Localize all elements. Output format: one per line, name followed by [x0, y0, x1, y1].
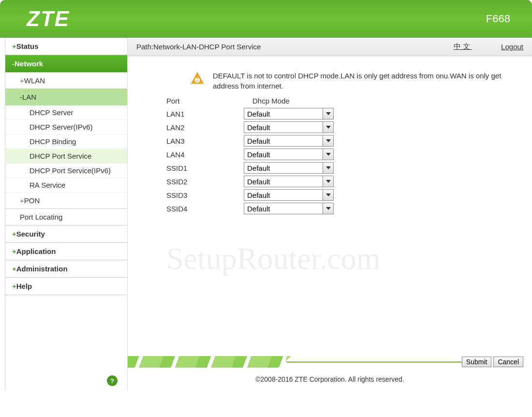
header: ZTE F668 — [0, 0, 532, 38]
sidebar-item-help[interactable]: +Help — [5, 278, 127, 295]
chevron-down-icon — [323, 122, 333, 133]
port-row: SSID1Default — [166, 162, 513, 174]
svg-rect-1 — [197, 77, 198, 79]
chevron-down-icon — [323, 203, 333, 214]
port-row: SSID3Default — [166, 189, 513, 201]
port-label: SSID2 — [166, 178, 244, 186]
copyright: ©2008-2016 ZTE Corporation. All rights r… — [128, 375, 532, 383]
sidebar-item-lan[interactable]: -LAN — [5, 89, 127, 105]
select-value: Default — [247, 123, 270, 132]
breadcrumb-path: Path:Network-LAN-DHCP Port Service — [136, 43, 454, 51]
breadcrumb-bar: Path:Network-LAN-DHCP Port Service 中文 Lo… — [128, 38, 532, 56]
port-row: SSID2Default — [166, 176, 513, 187]
chevron-down-icon — [323, 135, 333, 146]
dhcp-mode-select[interactable]: Default — [244, 121, 334, 133]
dhcp-mode-select[interactable]: Default — [244, 176, 334, 187]
sidebar-label: Network — [15, 60, 43, 68]
select-value: Default — [247, 137, 270, 145]
dhcp-mode-select[interactable]: Default — [244, 162, 334, 174]
select-value: Default — [247, 164, 270, 172]
sidebar-item-dhcp-binding[interactable]: DHCP Binding — [5, 134, 127, 149]
sidebar-label: WLAN — [24, 76, 45, 85]
select-value: Default — [247, 178, 270, 186]
sidebar-item-dhcp-server-ipv6[interactable]: DHCP Server(IPv6) — [5, 120, 127, 134]
sidebar-label: PON — [24, 196, 40, 205]
info-message: DEFAULT is not to control DHCP mode.LAN … — [213, 71, 513, 91]
sidebar-item-pon[interactable]: +PON — [5, 193, 127, 209]
sidebar-item-dhcp-port-service-ipv6[interactable]: DHCP Port Service(IPv6) — [5, 164, 127, 178]
select-value: Default — [247, 110, 270, 118]
dhcp-mode-select[interactable]: Default — [244, 189, 334, 201]
port-row: LAN2Default — [166, 121, 513, 133]
dhcp-mode-select[interactable]: Default — [244, 203, 334, 214]
port-label: LAN1 — [166, 110, 244, 118]
sidebar-item-port-locating[interactable]: Port Locating — [5, 209, 127, 225]
language-link[interactable]: 中文 — [454, 42, 472, 51]
main-content: Path:Network-LAN-DHCP Port Service 中文 Lo… — [128, 38, 532, 391]
sidebar-label: Security — [16, 230, 45, 238]
sidebar-label: Help — [16, 282, 32, 290]
port-label: SSID1 — [166, 164, 244, 172]
port-label: LAN3 — [166, 137, 244, 145]
chevron-down-icon — [323, 190, 333, 200]
sidebar-item-network[interactable]: -Network — [5, 55, 127, 73]
logout-link[interactable]: Logout — [501, 43, 523, 51]
footer-line — [286, 361, 462, 363]
footer-decoration — [128, 356, 291, 368]
submit-button[interactable]: Submit — [462, 357, 492, 367]
sidebar-item-dhcp-port-service[interactable]: DHCP Port Service — [5, 149, 127, 164]
port-row: LAN1Default — [166, 108, 513, 119]
cancel-button[interactable]: Cancel — [493, 357, 523, 367]
chevron-down-icon — [323, 149, 333, 160]
select-value: Default — [247, 205, 270, 213]
port-row: SSID4Default — [166, 203, 513, 214]
svg-point-2 — [197, 80, 198, 82]
sidebar: +Status -Network +WLAN -LAN DHCP Server … — [5, 38, 128, 391]
select-value: Default — [247, 191, 270, 199]
select-value: Default — [247, 150, 270, 159]
dhcp-mode-select[interactable]: Default — [244, 149, 334, 160]
sidebar-item-application[interactable]: +Application — [5, 243, 127, 260]
sidebar-label: Administration — [16, 265, 68, 273]
column-header-mode: Dhcp Mode — [252, 97, 290, 105]
sidebar-label: LAN — [22, 93, 36, 101]
footer-bar: Submit Cancel — [128, 356, 532, 368]
sidebar-label: Status — [16, 42, 39, 50]
dhcp-mode-select[interactable]: Default — [244, 108, 334, 119]
dhcp-mode-select[interactable]: Default — [244, 135, 334, 147]
model-label: F668 — [486, 13, 510, 25]
port-row: LAN3Default — [166, 135, 513, 147]
sidebar-item-dhcp-server[interactable]: DHCP Server — [5, 105, 127, 120]
sidebar-item-wlan[interactable]: +WLAN — [5, 73, 127, 89]
sidebar-item-ra-service[interactable]: RA Service — [5, 178, 127, 193]
watermark: SetupRouter.com — [166, 241, 381, 277]
port-label: SSID4 — [166, 205, 244, 213]
info-icon — [191, 72, 204, 85]
sidebar-item-security[interactable]: +Security — [5, 225, 127, 243]
column-header-port: Port — [166, 97, 252, 105]
chevron-down-icon — [323, 176, 333, 187]
sidebar-label: Application — [16, 247, 56, 255]
port-label: LAN2 — [166, 123, 244, 132]
brand-logo: ZTE — [27, 7, 70, 31]
chevron-down-icon — [323, 108, 333, 119]
help-icon[interactable]: ? — [107, 375, 118, 386]
sidebar-item-status[interactable]: +Status — [5, 38, 127, 55]
port-label: SSID3 — [166, 191, 244, 199]
chevron-down-icon — [323, 163, 333, 173]
port-label: LAN4 — [166, 150, 244, 159]
port-row: LAN4Default — [166, 149, 513, 160]
sidebar-item-administration[interactable]: +Administration — [5, 260, 127, 278]
